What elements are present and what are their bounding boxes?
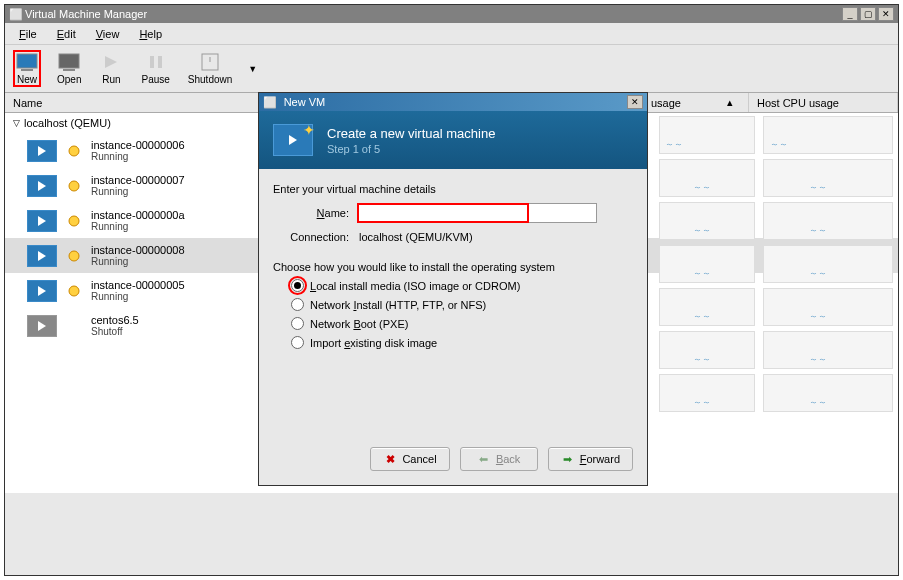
pause-button[interactable]: Pause bbox=[139, 50, 171, 87]
dialog-step-text: Step 1 of 5 bbox=[327, 143, 495, 155]
menu-edit[interactable]: Edit bbox=[49, 26, 84, 42]
new-vm-dialog: ⬜ New VM ✕ ✦ Create a new virtual machin… bbox=[258, 92, 648, 486]
svg-point-11 bbox=[69, 216, 79, 226]
vm-status-icon bbox=[67, 144, 81, 158]
choose-label: Choose how you would like to install the… bbox=[273, 261, 633, 273]
install-option-radio[interactable]: Network Boot (PXE) bbox=[291, 317, 633, 330]
forward-button[interactable]: ➡ Forward bbox=[548, 447, 633, 471]
radio-label: Network Boot (PXE) bbox=[310, 318, 408, 330]
main-titlebar[interactable]: ⬜ Virtual Machine Manager _ ▢ ✕ bbox=[5, 5, 898, 23]
window-title: Virtual Machine Manager bbox=[25, 8, 147, 20]
install-option-radio[interactable]: Network Install (HTTP, FTP, or NFS) bbox=[291, 298, 633, 311]
name-label: Name: bbox=[273, 207, 357, 219]
svg-rect-0 bbox=[17, 54, 37, 68]
sort-indicator-icon: ▴ bbox=[727, 96, 733, 109]
cancel-button[interactable]: ✖ Cancel bbox=[370, 447, 449, 471]
dialog-icon: ⬜ bbox=[263, 96, 277, 109]
cpu-usage-cell: ～～ bbox=[659, 374, 755, 412]
svg-point-12 bbox=[69, 251, 79, 261]
menu-view[interactable]: View bbox=[88, 26, 128, 42]
vm-status-icon bbox=[67, 214, 81, 228]
menu-file[interactable]: File bbox=[11, 26, 45, 42]
forward-arrow-icon: ➡ bbox=[561, 452, 575, 466]
vm-state: Shutoff bbox=[91, 326, 139, 337]
monitor-open-icon bbox=[57, 52, 81, 72]
toolbar-dropdown-icon[interactable]: ▼ bbox=[248, 64, 257, 74]
cpu-usage-cell: ～～ bbox=[659, 202, 755, 240]
back-button[interactable]: ⬅ Back bbox=[460, 447, 538, 471]
connection-value: localhost (QEMU/KVM) bbox=[357, 231, 473, 243]
radio-label: Import existing disk image bbox=[310, 337, 437, 349]
menu-help[interactable]: Help bbox=[131, 26, 170, 42]
play-icon bbox=[99, 52, 123, 72]
menubar: File Edit View Help bbox=[5, 23, 898, 45]
vm-state: Running bbox=[91, 256, 185, 267]
shutdown-icon bbox=[198, 52, 222, 72]
vm-name: instance-00000006 bbox=[91, 139, 185, 151]
col-usage[interactable]: usage▴ bbox=[643, 93, 749, 112]
host-cpu-usage-cell: ～～ bbox=[763, 288, 893, 326]
vm-name: centos6.5 bbox=[91, 314, 139, 326]
vm-monitor-icon bbox=[27, 280, 57, 302]
host-cpu-usage-cell: ～～ bbox=[763, 331, 893, 369]
dialog-title-text: Create a new virtual machine bbox=[327, 126, 495, 141]
cpu-usage-cell: ～～ bbox=[659, 116, 755, 154]
shutdown-button[interactable]: Shutdown bbox=[186, 50, 234, 87]
svg-rect-1 bbox=[21, 69, 33, 71]
vm-state: Running bbox=[91, 186, 185, 197]
run-button[interactable]: Run bbox=[97, 50, 125, 87]
vm-state: Running bbox=[91, 221, 185, 232]
radio-label: Local install media (ISO image or CDROM) bbox=[310, 280, 520, 292]
vm-status-icon bbox=[67, 319, 81, 333]
intro-label: Enter your virtual machine details bbox=[273, 183, 633, 195]
vm-status-icon bbox=[67, 179, 81, 193]
dialog-close-button[interactable]: ✕ bbox=[627, 95, 643, 109]
cancel-icon: ✖ bbox=[383, 452, 397, 466]
expand-arrow-icon[interactable]: ▽ bbox=[13, 118, 20, 128]
install-option-radio[interactable]: Local install media (ISO image or CDROM) bbox=[291, 279, 633, 292]
vm-monitor-icon bbox=[27, 315, 57, 337]
new-button[interactable]: New bbox=[13, 50, 41, 87]
radio-icon bbox=[291, 317, 304, 330]
name-input-ext[interactable] bbox=[529, 203, 597, 223]
col-host[interactable]: Host CPU usage bbox=[749, 93, 898, 112]
maximize-button[interactable]: ▢ bbox=[860, 7, 876, 21]
host-cpu-usage-cell: ～～ bbox=[763, 116, 893, 154]
svg-rect-2 bbox=[59, 54, 79, 68]
toolbar: New Open Run Pause Shutdown ▼ bbox=[5, 45, 898, 93]
host-cpu-usage-cell: ～～ bbox=[763, 202, 893, 240]
cpu-usage-cell: ～～ bbox=[659, 159, 755, 197]
vm-state: Running bbox=[91, 291, 185, 302]
host-cpu-usage-cell: ～～ bbox=[763, 159, 893, 197]
name-input[interactable] bbox=[357, 203, 529, 223]
minimize-button[interactable]: _ bbox=[842, 7, 858, 21]
cpu-usage-cell: ～～ bbox=[659, 331, 755, 369]
vm-state: Running bbox=[91, 151, 185, 162]
monitor-new-large-icon: ✦ bbox=[273, 124, 313, 156]
connection-label: Connection: bbox=[273, 231, 357, 243]
dialog-header: ✦ Create a new virtual machine Step 1 of… bbox=[259, 111, 647, 169]
vm-status-icon bbox=[67, 249, 81, 263]
host-cpu-usage-cell: ～～ bbox=[763, 374, 893, 412]
svg-rect-6 bbox=[158, 56, 162, 68]
vm-monitor-icon bbox=[27, 140, 57, 162]
install-option-radio[interactable]: Import existing disk image bbox=[291, 336, 633, 349]
svg-point-9 bbox=[69, 146, 79, 156]
radio-label: Network Install (HTTP, FTP, or NFS) bbox=[310, 299, 486, 311]
vm-monitor-icon bbox=[27, 175, 57, 197]
vm-status-icon bbox=[67, 284, 81, 298]
radio-icon bbox=[291, 279, 304, 292]
radio-icon bbox=[291, 298, 304, 311]
cpu-usage-cell: ～～ bbox=[659, 245, 755, 283]
dialog-titlebar[interactable]: ⬜ New VM ✕ bbox=[259, 93, 647, 111]
cpu-usage-cell: ～～ bbox=[659, 288, 755, 326]
monitor-new-icon bbox=[15, 52, 39, 72]
svg-rect-3 bbox=[63, 69, 75, 71]
vm-monitor-icon bbox=[27, 245, 57, 267]
vm-name: instance-0000000a bbox=[91, 209, 185, 221]
pause-icon bbox=[144, 52, 168, 72]
open-button[interactable]: Open bbox=[55, 50, 83, 87]
close-button[interactable]: ✕ bbox=[878, 7, 894, 21]
radio-icon bbox=[291, 336, 304, 349]
back-arrow-icon: ⬅ bbox=[477, 452, 491, 466]
